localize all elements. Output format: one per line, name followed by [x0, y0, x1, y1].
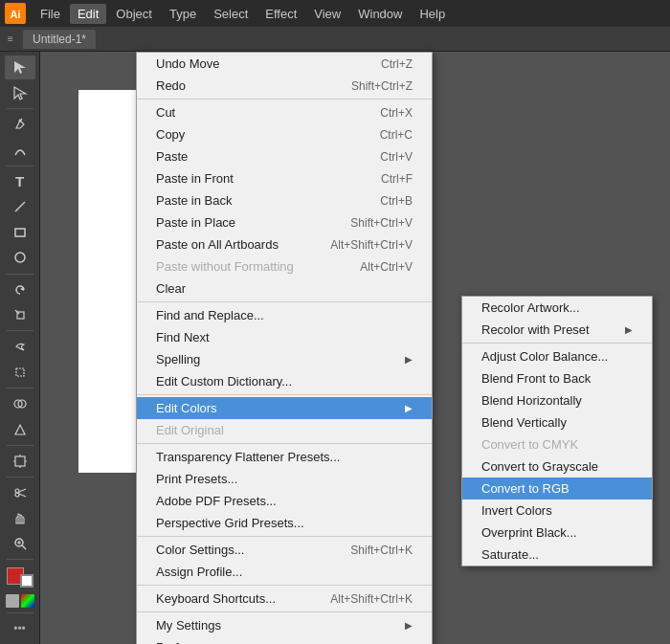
divider-7: [7, 477, 34, 477]
menu-paste-place[interactable]: Paste in Place Shift+Ctrl+V: [137, 211, 432, 233]
submenu-saturate[interactable]: Saturate...: [462, 544, 652, 566]
live-paint-btn[interactable]: [5, 417, 35, 441]
line-tool-btn[interactable]: [5, 195, 35, 219]
menu-paste[interactable]: Paste Ctrl+V: [137, 145, 432, 167]
app-logo: Ai: [4, 2, 27, 25]
menu-clear[interactable]: Clear: [137, 278, 432, 300]
menu-print-presets[interactable]: Print Presets...: [137, 468, 432, 490]
rect-tool-btn[interactable]: [5, 221, 35, 245]
svg-line-22: [19, 494, 26, 497]
main-layout: T: [0, 52, 670, 644]
submenu-overprint-black[interactable]: Overprint Black...: [462, 522, 652, 544]
svg-marker-2: [14, 61, 26, 74]
tab-bar: ≡ Untitled-1*: [0, 27, 670, 52]
menu-transparency-presets[interactable]: Transparency Flattener Presets...: [137, 446, 432, 468]
gradient-btn[interactable]: [21, 594, 34, 608]
pen-tool-btn[interactable]: [5, 113, 35, 137]
divider: [137, 443, 432, 444]
divider-6: [7, 445, 34, 446]
svg-text:Ai: Ai: [11, 9, 21, 20]
menu-edit[interactable]: Edit: [70, 4, 106, 24]
divider: [137, 394, 432, 395]
menu-cut[interactable]: Cut Ctrl+X: [137, 101, 432, 123]
submenu-recolor-preset[interactable]: Recolor with Preset ▶: [462, 319, 652, 341]
submenu-divider: [462, 343, 652, 344]
svg-point-7: [15, 253, 25, 262]
svg-marker-3: [14, 87, 26, 100]
menu-effect[interactable]: Effect: [257, 4, 304, 24]
hand-btn[interactable]: [5, 506, 35, 530]
left-toolbar: T: [0, 52, 40, 644]
shape-builder-btn[interactable]: [5, 392, 35, 416]
menu-type[interactable]: Type: [162, 4, 204, 24]
submenu-convert-grayscale[interactable]: Convert to Grayscale: [462, 455, 652, 477]
warp-tool-btn[interactable]: [5, 335, 35, 359]
menu-redo[interactable]: Redo Shift+Ctrl+Z: [137, 75, 432, 97]
menu-window[interactable]: Window: [350, 4, 410, 24]
menu-paste-artboards[interactable]: Paste on All Artboards Alt+Shift+Ctrl+V: [137, 233, 432, 255]
menu-pdf-presets[interactable]: Adobe PDF Presets...: [137, 490, 432, 512]
submenu-invert-colors[interactable]: Invert Colors: [462, 500, 652, 522]
menu-assign-profile[interactable]: Assign Profile...: [137, 561, 432, 583]
color-mode-btn[interactable]: [6, 594, 19, 608]
menu-custom-dict[interactable]: Edit Custom Dictionary...: [137, 370, 432, 392]
curvature-tool-btn[interactable]: [5, 138, 35, 162]
direct-selection-btn[interactable]: [5, 81, 35, 105]
menu-color-settings[interactable]: Color Settings... Shift+Ctrl+K: [137, 539, 432, 561]
menu-perspective-presets[interactable]: Perspective Grid Presets...: [137, 512, 432, 534]
submenu-adjust-color[interactable]: Adjust Color Balance...: [462, 345, 652, 367]
divider-9: [7, 612, 34, 613]
menu-edit-original: Edit Original: [137, 419, 432, 441]
menu-edit-colors[interactable]: Edit Colors ▶: [137, 397, 432, 419]
free-transform-btn[interactable]: [5, 361, 35, 385]
selection-tool-btn[interactable]: [5, 56, 35, 79]
scale-tool-btn[interactable]: [5, 303, 35, 327]
rotate-tool-btn[interactable]: [5, 278, 35, 301]
menu-file[interactable]: File: [33, 4, 68, 24]
divider-3: [7, 274, 34, 275]
divider: [137, 611, 432, 612]
menu-find-replace[interactable]: Find and Replace...: [137, 304, 432, 326]
menu-select[interactable]: Select: [206, 4, 256, 24]
menu-help[interactable]: Help: [412, 4, 453, 24]
submenu-blend-vertical[interactable]: Blend Vertically: [462, 411, 652, 433]
menu-paste-front[interactable]: Paste in Front Ctrl+F: [137, 167, 432, 189]
color-mode-btns: [6, 594, 34, 608]
canvas-area: Undo Move Ctrl+Z Redo Shift+Ctrl+Z Cut C…: [40, 52, 670, 644]
divider-5: [7, 388, 34, 389]
submenu-blend-front-back[interactable]: Blend Front to Back: [462, 367, 652, 389]
artboard-btn[interactable]: [5, 450, 35, 474]
ellipse-tool-btn[interactable]: [5, 246, 35, 270]
svg-rect-11: [16, 368, 24, 376]
submenu-blend-horizontal[interactable]: Blend Horizontally: [462, 389, 652, 411]
more-tools-btn[interactable]: •••: [5, 616, 35, 640]
menu-keyboard-shortcuts[interactable]: Keyboard Shortcuts... Alt+Shift+Ctrl+K: [137, 588, 432, 610]
menu-paste-back[interactable]: Paste in Back Ctrl+B: [137, 189, 432, 211]
svg-rect-14: [15, 456, 25, 466]
document-tab[interactable]: Untitled-1*: [23, 30, 96, 49]
panel-toggle[interactable]: ≡: [8, 30, 21, 49]
scissors-btn[interactable]: [5, 481, 35, 505]
menu-undo[interactable]: Undo Move Ctrl+Z: [137, 53, 432, 75]
menu-my-settings[interactable]: My Settings ▶: [137, 614, 432, 636]
divider: [137, 585, 432, 586]
menu-bar: Ai File Edit Object Type Select Effect V…: [0, 0, 670, 27]
menu-copy[interactable]: Copy Ctrl+C: [137, 123, 432, 145]
divider-8: [7, 559, 34, 560]
zoom-btn[interactable]: [5, 532, 35, 556]
divider: [137, 99, 432, 100]
svg-line-24: [22, 545, 26, 549]
menu-spelling[interactable]: Spelling ▶: [137, 348, 432, 370]
type-tool-btn[interactable]: T: [5, 170, 35, 194]
menu-preferences[interactable]: Preferences ▶: [137, 636, 432, 644]
divider: [137, 301, 432, 302]
menu-object[interactable]: Object: [108, 4, 160, 24]
divider-4: [7, 330, 34, 331]
edit-menu: Undo Move Ctrl+Z Redo Shift+Ctrl+Z Cut C…: [136, 52, 433, 644]
menu-view[interactable]: View: [306, 4, 348, 24]
color-tools[interactable]: [5, 566, 35, 589]
submenu-recolor-artwork[interactable]: Recolor Artwork...: [462, 297, 652, 319]
submenu-convert-rgb[interactable]: Convert to RGB: [462, 477, 652, 500]
menu-find-next[interactable]: Find Next: [137, 326, 432, 348]
svg-rect-6: [15, 229, 25, 236]
